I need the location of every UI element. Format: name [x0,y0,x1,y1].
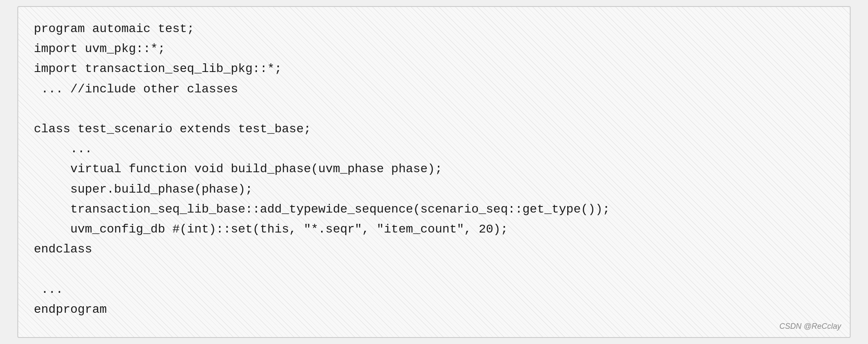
watermark: CSDN @ReCclay [779,322,841,331]
code-block: program automaic test; import uvm_pkg::*… [34,19,834,320]
code-container: program automaic test; import uvm_pkg::*… [17,6,851,338]
